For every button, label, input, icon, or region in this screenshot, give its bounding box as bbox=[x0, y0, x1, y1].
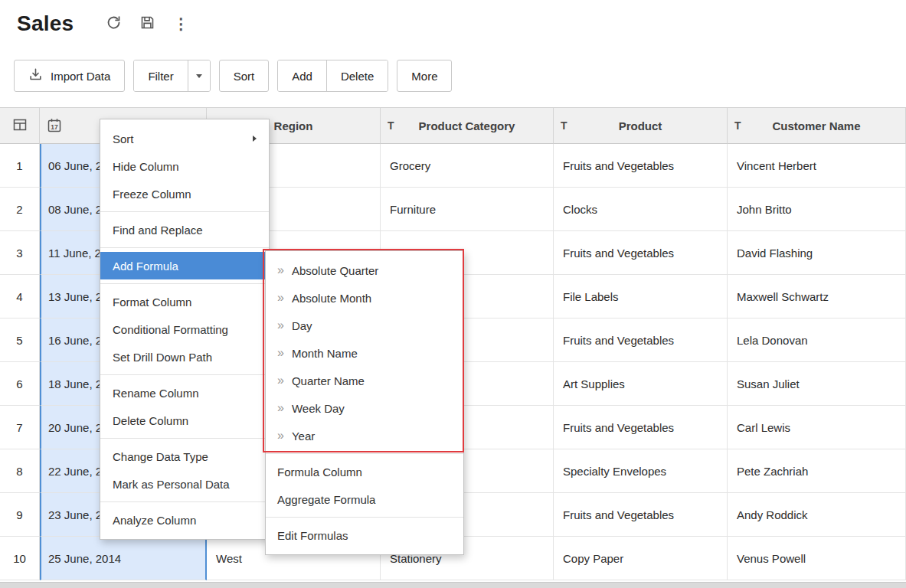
menu-item-format-column[interactable]: Format Column bbox=[100, 288, 269, 315]
menu-item-freeze-column[interactable]: Freeze Column bbox=[100, 180, 269, 207]
submenu-item-absolute-quarter[interactable]: » Absolute Quarter bbox=[266, 256, 463, 284]
menu-separator bbox=[100, 501, 269, 502]
product-cell[interactable]: Fruits and Vegetables bbox=[554, 318, 728, 362]
more-button[interactable]: More bbox=[397, 60, 452, 92]
submenu-item-aggregate-formula[interactable]: Aggregate Formula bbox=[266, 485, 463, 513]
category-cell[interactable]: Grocery bbox=[381, 144, 554, 188]
double-chevron-icon: » bbox=[277, 264, 284, 276]
row-number[interactable]: 1 bbox=[0, 144, 40, 188]
product-cell[interactable]: Fruits and Vegetables bbox=[554, 144, 728, 188]
submenu-item-month-name[interactable]: » Month Name bbox=[266, 339, 463, 367]
customer-cell[interactable]: Susan Juliet bbox=[728, 362, 906, 406]
customer-cell[interactable]: John Britto bbox=[728, 188, 906, 231]
column-header-product[interactable]: T Product bbox=[554, 108, 728, 144]
customer-cell[interactable]: Andy Roddick bbox=[728, 493, 906, 537]
menu-item-rename-column[interactable]: Rename Column bbox=[100, 379, 269, 407]
product-cell[interactable]: Copy Paper bbox=[554, 537, 728, 580]
menu-item-set-drill-down-path[interactable]: Set Drill Down Path bbox=[100, 343, 269, 371]
double-chevron-icon: » bbox=[277, 374, 284, 387]
menu-item-mark-as-personal-data[interactable]: Mark as Personal Data bbox=[100, 470, 269, 498]
column-context-menu: Sort Hide Column Freeze Column Find and … bbox=[100, 119, 270, 540]
customer-cell[interactable]: Carl Lewis bbox=[728, 406, 906, 449]
submenu-item-formula-column[interactable]: Formula Column bbox=[266, 458, 463, 485]
menu-item-change-data-type[interactable]: Change Data Type bbox=[100, 443, 269, 470]
delete-button[interactable]: Delete bbox=[326, 60, 388, 91]
menu-item-sort[interactable]: Sort bbox=[100, 125, 269, 152]
column-header-label: Product Category bbox=[419, 119, 515, 132]
submenu-item-year[interactable]: » Year bbox=[266, 422, 463, 449]
submenu-item-absolute-month[interactable]: » Absolute Month bbox=[266, 284, 463, 312]
menu-item-analyze-column[interactable]: Analyze Column bbox=[100, 506, 269, 534]
double-chevron-icon: » bbox=[277, 319, 284, 332]
row-number[interactable]: 7 bbox=[0, 406, 40, 449]
product-cell[interactable]: File Labels bbox=[554, 275, 728, 318]
submenu-item-day[interactable]: » Day bbox=[266, 312, 463, 339]
product-cell[interactable]: Clocks bbox=[554, 188, 728, 231]
date-cell[interactable]: 25 June, 2014 bbox=[40, 537, 207, 580]
import-data-label: Import Data bbox=[51, 70, 110, 83]
customer-cell[interactable]: Vincent Herbert bbox=[728, 144, 906, 188]
row-number[interactable]: 8 bbox=[0, 449, 40, 493]
submenu-item-week-day[interactable]: » Week Day bbox=[266, 394, 463, 422]
double-chevron-icon: » bbox=[277, 402, 284, 414]
menu-separator bbox=[100, 283, 269, 284]
menu-separator bbox=[266, 517, 463, 518]
import-data-button[interactable]: Import Data bbox=[14, 60, 125, 92]
column-header-customer-name[interactable]: T Customer Name bbox=[728, 108, 906, 144]
text-type-icon: T bbox=[561, 119, 567, 132]
double-chevron-icon: » bbox=[277, 292, 284, 304]
menu-item-conditional-formatting[interactable]: Conditional Formatting bbox=[100, 315, 269, 343]
product-cell[interactable]: Fruits and Vegetables bbox=[554, 231, 728, 275]
save-icon bbox=[139, 15, 155, 33]
filter-button[interactable]: Filter bbox=[134, 60, 187, 91]
column-header-product-category[interactable]: T Product Category bbox=[381, 108, 554, 144]
select-all-corner[interactable] bbox=[0, 108, 40, 144]
add-button[interactable]: Add bbox=[278, 60, 326, 91]
category-cell[interactable]: Furniture bbox=[381, 188, 554, 231]
menu-item-delete-column[interactable]: Delete Column bbox=[100, 407, 269, 434]
customer-cell[interactable]: Pete Zachriah bbox=[728, 449, 906, 493]
product-cell[interactable]: Fruits and Vegetables bbox=[554, 406, 728, 449]
product-cell[interactable]: Art Supplies bbox=[554, 362, 728, 406]
row-number[interactable]: 10 bbox=[0, 537, 40, 580]
text-type-icon: T bbox=[734, 119, 741, 132]
submenu-item-edit-formulas[interactable]: Edit Formulas bbox=[266, 521, 463, 549]
save-button[interactable] bbox=[136, 11, 159, 36]
toolbar: Import Data Filter Sort Add Delete More bbox=[14, 60, 452, 92]
menu-item-hide-column[interactable]: Hide Column bbox=[100, 152, 269, 180]
titlebar: Sales ⋮ bbox=[17, 6, 203, 41]
refresh-button[interactable] bbox=[103, 11, 125, 36]
kebab-menu-icon: ⋮ bbox=[173, 16, 188, 31]
submenu-item-quarter-name[interactable]: » Quarter Name bbox=[266, 367, 463, 394]
product-cell[interactable]: Fruits and Vegetables bbox=[554, 493, 728, 537]
horizontal-scrollbar[interactable] bbox=[0, 582, 906, 588]
menu-separator bbox=[100, 211, 269, 212]
customer-cell[interactable]: Lela Donovan bbox=[728, 318, 906, 362]
sort-button[interactable]: Sort bbox=[219, 60, 270, 92]
row-number[interactable]: 2 bbox=[0, 188, 40, 231]
row-number[interactable]: 5 bbox=[0, 318, 40, 362]
import-icon bbox=[28, 67, 43, 84]
customer-cell[interactable]: David Flashing bbox=[728, 231, 906, 275]
customer-cell[interactable]: Maxwell Schwartz bbox=[728, 275, 906, 318]
filter-button-group: Filter bbox=[133, 60, 210, 92]
more-options-button[interactable]: ⋮ bbox=[170, 13, 191, 34]
row-number[interactable]: 6 bbox=[0, 362, 40, 406]
submenu-arrow-icon bbox=[253, 136, 257, 142]
refresh-icon bbox=[106, 15, 122, 33]
filter-dropdown-button[interactable] bbox=[188, 60, 210, 91]
page-title: Sales bbox=[17, 11, 74, 36]
customer-cell[interactable]: Venus Powell bbox=[728, 537, 906, 580]
row-number[interactable]: 3 bbox=[0, 231, 40, 275]
submenu-item-label: Month Name bbox=[292, 347, 358, 360]
row-number[interactable]: 9 bbox=[0, 493, 40, 537]
menu-item-add-formula[interactable]: Add Formula bbox=[100, 252, 269, 279]
row-number[interactable]: 4 bbox=[0, 275, 40, 318]
column-header-label: Product bbox=[619, 119, 662, 132]
product-cell[interactable]: Specialty Envelopes bbox=[554, 449, 728, 493]
menu-separator bbox=[100, 438, 269, 439]
submenu-item-label: Quarter Name bbox=[292, 374, 365, 387]
submenu-item-label: Year bbox=[292, 430, 315, 443]
menu-item-find-and-replace[interactable]: Find and Replace bbox=[100, 216, 269, 243]
double-chevron-icon: » bbox=[277, 430, 284, 442]
